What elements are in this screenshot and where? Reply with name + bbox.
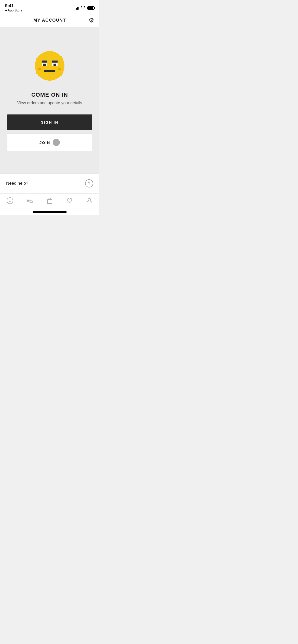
page-title: MY ACCOUNT	[33, 18, 66, 23]
svg-rect-4	[38, 74, 62, 76]
svg-rect-12	[44, 70, 55, 72]
svg-rect-7	[52, 61, 58, 63]
battery-icon	[87, 6, 94, 10]
wishlist-icon	[66, 197, 73, 204]
svg-rect-14	[58, 68, 61, 70]
help-icon[interactable]: ?	[85, 179, 93, 187]
svg-rect-13	[38, 68, 41, 70]
svg-rect-11	[53, 64, 56, 66]
page-header: MY ACCOUNT ⚙	[0, 14, 99, 27]
status-time: 9:41	[5, 4, 14, 8]
status-app-store[interactable]: ◀ App Store	[5, 8, 22, 12]
pixel-face-illustration	[33, 49, 66, 83]
svg-point-24	[88, 198, 91, 201]
tab-search[interactable]	[26, 197, 33, 204]
svg-text:A: A	[9, 200, 11, 202]
tab-asos[interactable]: A	[6, 197, 13, 204]
tab-wishlist[interactable]	[66, 197, 73, 204]
sign-in-button[interactable]: SIGN IN	[7, 114, 92, 130]
svg-line-21	[32, 202, 33, 203]
join-label: JOIN	[39, 140, 50, 145]
join-button[interactable]: JOIN	[7, 134, 92, 151]
svg-rect-1	[41, 54, 59, 56]
wifi-icon	[81, 6, 85, 10]
home-indicator	[0, 211, 99, 215]
svg-rect-5	[41, 76, 59, 78]
gear-icon[interactable]: ⚙	[89, 17, 94, 24]
status-bar: 9:41 ◀ App Store	[0, 0, 99, 14]
account-icon	[86, 197, 93, 204]
join-icon-circle	[53, 139, 60, 146]
subtitle-text: View orders and update your details	[17, 101, 82, 105]
status-right	[75, 6, 94, 10]
main-content: COME ON IN View orders and update your d…	[0, 27, 99, 173]
bag-icon	[46, 197, 53, 204]
need-help-text: Need help?	[6, 181, 28, 186]
svg-rect-2	[38, 56, 62, 58]
svg-rect-9	[43, 64, 46, 66]
status-left: 9:41 ◀ App Store	[5, 4, 22, 12]
tab-bar: A	[0, 193, 99, 211]
svg-rect-22	[47, 200, 52, 203]
come-on-in-heading: COME ON IN	[31, 92, 68, 98]
need-help-bar[interactable]: Need help? ?	[0, 173, 99, 193]
back-chevron: ◀	[5, 9, 7, 12]
tab-bag[interactable]	[46, 197, 53, 204]
signal-icon	[75, 6, 79, 10]
svg-rect-6	[42, 61, 47, 63]
tab-account[interactable]	[86, 197, 93, 204]
help-question-mark: ?	[88, 181, 90, 186]
search-icon	[26, 197, 33, 204]
app-store-label: App Store	[8, 8, 22, 12]
asos-logo-icon: A	[6, 197, 13, 204]
home-bar	[33, 211, 67, 213]
